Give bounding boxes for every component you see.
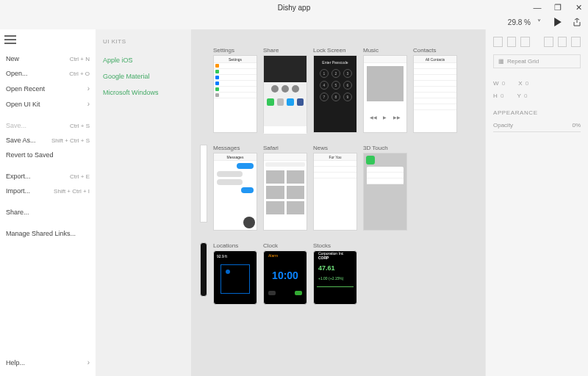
artboard-clock[interactable]: Alarm 10:00 [263, 250, 307, 305]
share-icon[interactable] [572, 17, 582, 27]
artboard-safari[interactable] [263, 153, 307, 231]
window-controls: — ❐ ✕ [531, 0, 585, 15]
width-field[interactable]: 0 [502, 80, 505, 87]
artboard-watch-partial[interactable] [200, 242, 207, 297]
artboard-share[interactable] [263, 55, 307, 133]
top-toolbar: 29.8 % ˅ [0, 15, 588, 29]
align-bottom-icon[interactable] [571, 37, 581, 47]
grid-icon: ▦ [498, 58, 504, 65]
artboard-label[interactable]: Contacts [413, 47, 457, 54]
artboard-locations[interactable]: 92.9 ft [213, 250, 257, 305]
artboard-3d-touch[interactable] [363, 153, 407, 231]
chevron-right-icon: › [87, 100, 90, 108]
main-area: NewCtrl + N Open...Ctrl + O Open Recent›… [0, 29, 588, 376]
artboard-contacts[interactable]: All Contacts [413, 55, 457, 133]
artboard-messages[interactable]: Messages [213, 153, 257, 231]
inspector-panel: ▦ Repeat Grid W 0 X 0 H 0 Y 0 APPEARANCE… [485, 29, 588, 376]
menu-save[interactable]: Save...Ctrl + S [4, 118, 91, 133]
chevron-right-icon: › [87, 358, 90, 366]
align-left-icon[interactable] [493, 37, 503, 47]
play-button[interactable] [553, 17, 563, 27]
menu-open[interactable]: Open...Ctrl + O [4, 66, 91, 81]
artboard-row: Messages Messages Safari News [200, 145, 476, 231]
artboard-label[interactable]: 3D Touch [363, 145, 407, 151]
opacity-slider[interactable] [493, 131, 581, 132]
artboard-label[interactable]: Locations [213, 242, 257, 249]
title-bar: Dishy app — ❐ ✕ [0, 0, 588, 15]
artboard-label[interactable]: Music [363, 47, 407, 54]
dimension-row: W 0 X 0 [493, 80, 581, 87]
dimension-row: H 0 Y 0 [493, 93, 581, 99]
artboard-row: Settings Settings Share [200, 47, 476, 133]
menu-revert[interactable]: Revert to Saved [4, 148, 91, 162]
menu-new[interactable]: NewCtrl + N [4, 51, 91, 66]
minimize-button[interactable]: — [531, 3, 544, 12]
repeat-grid-button[interactable]: ▦ Repeat Grid [493, 54, 581, 68]
artboard-music[interactable]: ◀◀▶▶▶ [363, 55, 407, 133]
menu-share[interactable]: Share... [4, 205, 91, 220]
height-field[interactable]: 0 [501, 93, 503, 99]
zoom-control[interactable]: 29.8 % ˅ [508, 17, 544, 27]
close-button[interactable]: ✕ [572, 3, 585, 12]
document-title: Dishy app [278, 4, 310, 12]
artboard-label[interactable]: Lock Screen [313, 47, 357, 54]
align-tools [493, 37, 581, 47]
app-menu-panel: NewCtrl + N Open...Ctrl + O Open Recent›… [0, 29, 96, 376]
artboard-label[interactable]: Clock [263, 242, 307, 249]
artboard-label[interactable]: News [313, 145, 357, 151]
align-middle-icon[interactable] [558, 37, 567, 47]
artboard-label[interactable]: Share [263, 47, 307, 54]
menu-open-ui-kit[interactable]: Open UI Kit› [4, 96, 91, 112]
menu-save-as[interactable]: Save As...Shift + Ctrl + S [4, 133, 91, 148]
chevron-down-icon: ˅ [534, 17, 544, 27]
menu-import[interactable]: Import...Shift + Ctrl + I [4, 184, 91, 198]
align-right-icon[interactable] [520, 37, 530, 47]
menu-manage-links[interactable]: Manage Shared Links... [4, 226, 91, 241]
appearance-header: APPEARANCE [493, 109, 581, 116]
artboard-settings[interactable]: Settings [213, 55, 257, 133]
y-field[interactable]: 0 [524, 93, 527, 99]
zoom-value: 29.8 % [508, 18, 531, 26]
opacity-row: Opacity 0% [493, 122, 581, 129]
chevron-right-icon: › [87, 84, 90, 93]
artboard-partial[interactable] [200, 145, 207, 223]
ui-kit-google-material[interactable]: Google Material [103, 68, 184, 84]
artboard-label[interactable]: Stocks [313, 242, 357, 249]
ui-kit-apple-ios[interactable]: Apple iOS [103, 52, 184, 68]
ui-kit-microsoft-windows[interactable]: Microsoft Windows [103, 84, 184, 101]
restore-button[interactable]: ❐ [551, 3, 564, 12]
artboard-lock-screen[interactable]: Enter Passcode 123 456 789 [313, 55, 357, 133]
hamburger-icon[interactable] [4, 35, 16, 44]
menu-open-recent[interactable]: Open Recent› [4, 81, 91, 96]
artboard-row: Locations 92.9 ft Clock Alarm 10:00 [200, 242, 476, 305]
opacity-value[interactable]: 0% [572, 122, 581, 129]
menu-help[interactable]: Help...› [4, 355, 91, 370]
menu-export[interactable]: Export...Ctrl + E [4, 169, 91, 184]
artboard-label[interactable]: Settings [213, 47, 257, 54]
align-center-icon[interactable] [507, 37, 517, 47]
align-top-icon[interactable] [544, 37, 553, 47]
ui-kit-header: UI KITS [103, 38, 184, 45]
design-canvas[interactable]: Settings Settings Share [191, 29, 485, 376]
x-field[interactable]: 0 [526, 80, 528, 87]
artboard-news[interactable]: For You [313, 153, 357, 231]
artboard-label[interactable]: Safari [263, 145, 307, 151]
ui-kit-panel: UI KITS Apple iOS Google Material Micros… [96, 29, 191, 376]
artboard-stocks[interactable]: Corporation Inc CORP 47.61 +1.00 (+2.15%… [313, 250, 357, 305]
artboard-label[interactable]: Messages [213, 145, 257, 151]
